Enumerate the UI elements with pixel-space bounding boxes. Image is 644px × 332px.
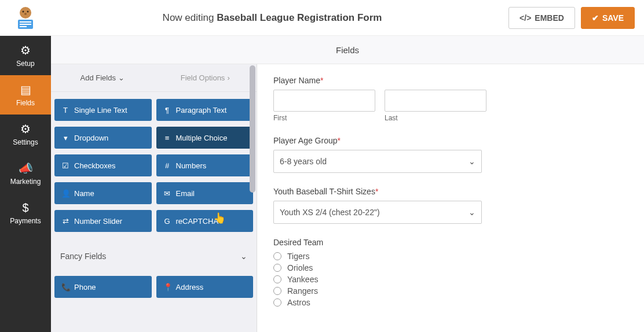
radio-label: Orioles [287,263,313,272]
field-label: Player Age Group* [273,136,628,145]
svg-rect-6 [20,24,31,25]
check-icon: ✔ [592,13,599,23]
svg-rect-5 [20,21,31,23]
field-label: Player Name* [273,76,628,85]
field-type-icon: ☑ [61,161,69,170]
scrollbar[interactable] [250,65,255,193]
field-type-button[interactable]: ☑Checkboxes [54,154,152,176]
chevron-down-icon: ⌄ [118,73,125,82]
svg-rect-7 [20,26,27,27]
dollar-icon: $ [22,201,28,215]
field-type-icon: T [61,106,69,115]
field-type-label: Multiple Choice [176,134,228,142]
field-type-button[interactable]: ▾Dropdown [54,127,152,149]
field-type-button[interactable]: 📍Address [156,276,254,298]
field-type-label: Dropdown [74,134,108,142]
svg-point-3 [24,13,27,14]
sidebar-item-marketing[interactable]: 📣 Marketing [0,154,51,193]
radio-label: Yankees [287,275,318,284]
sidebar-item-label: Marketing [10,178,41,186]
radio-option[interactable]: Rangers [273,286,628,296]
code-icon: </> [519,13,531,23]
sidebar-item-label: Settings [13,138,38,146]
radio-icon [273,264,281,272]
radio-option[interactable]: Astros [273,298,628,307]
field-type-button[interactable]: ¶Paragraph Text [156,99,254,121]
chevron-down-icon: ⌄ [469,208,475,217]
field-type-button[interactable]: ≡Multiple Choice [156,127,254,149]
field-label: Desired Team [273,238,628,247]
field-type-label: reCAPTCHA [176,217,219,226]
sidebar-item-settings[interactable]: ⚙ Settings [0,115,51,154]
field-type-label: Paragraph Text [176,106,227,115]
field-type-label: Email [176,189,195,198]
chevron-right-icon: › [227,73,229,82]
radio-icon [273,298,281,307]
field-type-button[interactable]: #Numbers [156,154,254,176]
section-title: Fields [51,36,644,64]
field-type-icon: # [163,161,171,170]
field-type-label: Name [74,189,94,198]
field-type-icon: ✉ [163,189,171,198]
radio-option[interactable]: Yankees [273,275,628,284]
radio-option[interactable]: Orioles [273,263,628,272]
field-type-label: Address [176,283,204,292]
svg-point-0 [20,7,31,19]
sidebar-item-label: Setup [16,60,34,68]
field-type-label: Single Line Text [74,106,127,115]
field-type-button[interactable]: ⇄Number Slider [54,210,152,232]
sidebar-item-label: Fields [16,99,35,107]
radio-label: Astros [287,298,310,307]
first-name-input[interactable] [273,90,375,112]
sublabel: Last [385,114,486,122]
age-group-select[interactable]: 6-8 years old ⌄ [273,150,482,173]
embed-button[interactable]: </> EMBED [508,7,575,29]
form-icon: ▤ [20,83,31,97]
field-type-button[interactable]: 👤Name [54,182,152,204]
page-title: Now editing Baseball League Registration… [42,12,503,24]
app-sidebar: ⚙ Setup ▤ Fields ⚙ Settings 📣 Marketing … [0,36,51,332]
field-type-icon: G [163,217,171,226]
gear-icon: ⚙ [20,43,31,57]
sidebar-item-setup[interactable]: ⚙ Setup [0,36,51,75]
field-label: Youth Baseball T-Shirt Sizes* [273,187,628,196]
sliders-icon: ⚙ [20,122,31,136]
field-type-icon: 📞 [61,283,69,292]
save-button[interactable]: ✔ SAVE [581,7,635,29]
tab-add-fields[interactable]: Add Fields ⌄ [51,64,154,91]
chevron-down-icon: ⌄ [469,157,475,166]
chevron-down-icon: ⌄ [240,252,247,261]
field-type-icon: ⇄ [61,217,69,226]
field-type-label: Phone [74,283,96,292]
sublabel: First [273,114,375,122]
radio-label: Rangers [287,286,318,296]
section-fancy-fields[interactable]: Fancy Fields ⌄ [54,244,253,269]
fields-panel: Add Fields ⌄ Field Options › TSingle Lin… [51,64,257,332]
field-type-icon: ¶ [163,106,171,115]
tshirt-select[interactable]: Youth XS 2/4 (chest 20-22") ⌄ [273,201,482,224]
svg-point-1 [23,10,24,12]
radio-label: Tigers [287,252,309,261]
radio-icon [273,287,281,295]
sidebar-item-label: Payments [10,217,41,225]
tab-field-options[interactable]: Field Options › [154,64,257,91]
field-type-icon: ≡ [163,134,171,142]
app-logo [9,3,42,32]
sidebar-item-fields[interactable]: ▤ Fields [0,75,51,115]
last-name-input[interactable] [385,90,486,112]
radio-option[interactable]: Tigers [273,252,628,261]
form-preview: Player Name* First Last [257,64,644,332]
field-type-label: Number Slider [74,217,122,226]
field-type-button[interactable]: GreCAPTCHA [156,210,254,232]
field-type-button[interactable]: ✉Email [156,182,254,204]
field-type-button[interactable]: 📞Phone [54,276,152,298]
field-type-label: Numbers [176,161,207,170]
field-type-label: Checkboxes [74,161,116,170]
svg-point-2 [27,10,29,12]
sidebar-item-payments[interactable]: $ Payments [0,193,51,233]
radio-icon [273,252,281,260]
radio-icon [273,275,281,283]
field-type-icon: 👤 [61,189,69,198]
field-type-icon: 📍 [163,283,171,292]
field-type-button[interactable]: TSingle Line Text [54,99,152,121]
